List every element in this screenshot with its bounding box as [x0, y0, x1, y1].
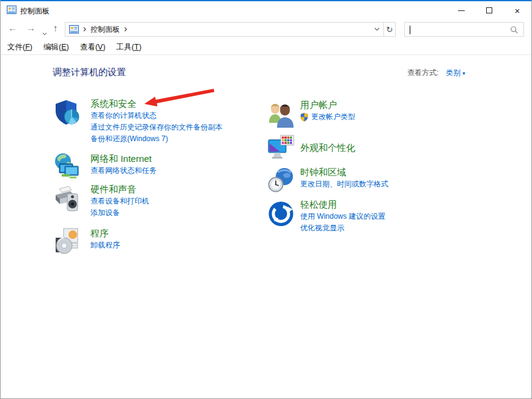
software-box-cd-icon[interactable] — [54, 227, 81, 257]
category-title-user-accounts[interactable]: 用户帐户 — [300, 99, 355, 111]
category-title-system-security[interactable]: 系统和安全 — [91, 98, 223, 110]
navigation-bar: ← → ↑ 控制面板 ↻ — [1, 21, 531, 38]
maximize-button[interactable] — [475, 1, 503, 20]
category-title-programs[interactable]: 程序 — [91, 227, 120, 240]
search-box[interactable] — [404, 22, 524, 37]
task-link-ease-of-access-1[interactable]: 优化视觉显示 — [300, 222, 385, 234]
view-by-dropdown-icon[interactable]: ▾ — [462, 70, 465, 76]
clock-globe-icon[interactable] — [268, 166, 295, 196]
category-text-appearance-personalization: 外观和个性化 — [300, 133, 355, 163]
uac-shield-icon — [300, 112, 308, 122]
category-text-hardware-sound: 硬件和声音查看设备和打印机添加设备 — [91, 183, 149, 219]
category-row-clock-region: 时钟和区域更改日期、时间或数字格式 — [268, 166, 388, 196]
control-panel-window: 控制面板 × ← → ↑ 控制面板 ↻ 文件(F)编辑(E)查看(V)工具(T) — [0, 0, 532, 399]
category-text-programs: 程序卸载程序 — [91, 227, 120, 257]
page-title: 调整计算机的设置 — [53, 67, 126, 78]
up-button[interactable]: ↑ — [53, 23, 58, 33]
recent-pages-chevron-icon[interactable] — [42, 27, 47, 37]
view-by-control: 查看方式:类别▾ — [407, 68, 465, 78]
category-title-ease-of-access[interactable]: 轻松使用 — [300, 199, 385, 211]
menubar: 文件(F)编辑(E)查看(V)工具(T) — [2, 40, 147, 54]
monitor-palette-icon[interactable] — [268, 133, 295, 163]
forward-button[interactable]: → — [26, 23, 35, 33]
breadcrumb-chevron-icon[interactable] — [83, 27, 86, 32]
task-link-clock-region-0[interactable]: 更改日期、时间或数字格式 — [300, 178, 388, 190]
two-users-icon[interactable] — [268, 103, 295, 132]
window-controls: × — [447, 1, 531, 20]
breadcrumb-root[interactable]: 控制面板 — [91, 24, 120, 35]
close-icon: × — [515, 6, 520, 15]
menu-item-tools[interactable]: 工具(T) — [111, 40, 147, 54]
category-text-system-security: 系统和安全查看你的计算机状态通过文件历史记录保存你的文件备份副本备份和还原(Wi… — [91, 98, 223, 145]
breadcrumb-control-panel-icon — [69, 25, 79, 34]
view-by-label: 查看方式: — [407, 68, 438, 77]
category-text-user-accounts: 用户帐户更改帐户类型 — [300, 99, 355, 132]
menu-item-view[interactable]: 查看(V) — [75, 40, 111, 54]
category-row-programs: 程序卸载程序 — [54, 227, 120, 257]
category-row-system-security: 系统和安全查看你的计算机状态通过文件历史记录保存你的文件备份副本备份和还原(Wi… — [54, 98, 223, 145]
category-text-network-internet: 网络和 Internet查看网络状态和任务 — [91, 153, 157, 182]
category-row-appearance-personalization: 外观和个性化 — [268, 133, 355, 163]
category-title-appearance-personalization[interactable]: 外观和个性化 — [300, 142, 355, 154]
menu-item-edit[interactable]: 编辑(E) — [38, 40, 75, 54]
task-link-system-security-2[interactable]: 备份和还原(Windows 7) — [91, 133, 223, 145]
category-text-clock-region: 时钟和区域更改日期、时间或数字格式 — [300, 166, 388, 196]
security-shield-icon[interactable] — [54, 99, 81, 128]
category-row-ease-of-access: 轻松使用使用 Windows 建议的设置优化视觉显示 — [268, 199, 385, 234]
search-input[interactable] — [410, 24, 508, 35]
text-caret — [410, 26, 410, 34]
minimize-button[interactable] — [447, 1, 475, 20]
printer-speaker-icon[interactable] — [54, 185, 81, 214]
task-link-network-internet-0[interactable]: 查看网络状态和任务 — [91, 165, 157, 177]
task-link-user-accounts-0[interactable]: 更改帐户类型 — [300, 111, 355, 123]
task-link-hardware-sound-1[interactable]: 添加设备 — [91, 207, 149, 219]
category-row-user-accounts: 用户帐户更改帐户类型 — [268, 99, 355, 132]
maximize-icon — [486, 7, 492, 13]
ease-of-access-icon[interactable] — [268, 200, 295, 229]
control-panel-icon — [7, 5, 17, 14]
task-link-ease-of-access-0[interactable]: 使用 Windows 建议的设置 — [300, 211, 385, 222]
view-by-value[interactable]: 类别 — [446, 68, 460, 77]
address-bar[interactable]: 控制面板 — [65, 22, 384, 37]
category-title-hardware-sound[interactable]: 硬件和声音 — [91, 183, 149, 196]
titlebar[interactable]: 控制面板 × — [1, 1, 531, 20]
category-row-hardware-sound: 硬件和声音查看设备和打印机添加设备 — [54, 183, 149, 219]
menu-item-file[interactable]: 文件(F) — [2, 40, 38, 54]
task-link-system-security-0[interactable]: 查看你的计算机状态 — [91, 110, 223, 122]
close-button[interactable]: × — [503, 1, 531, 20]
task-link-programs-0[interactable]: 卸载程序 — [91, 240, 120, 251]
category-text-ease-of-access: 轻松使用使用 Windows 建议的设置优化视觉显示 — [300, 199, 385, 234]
address-dropdown-chevron-icon[interactable] — [370, 23, 383, 36]
menubar-separator — [1, 54, 532, 55]
category-title-network-internet[interactable]: 网络和 Internet — [91, 153, 157, 165]
category-title-clock-region[interactable]: 时钟和区域 — [300, 166, 388, 178]
refresh-button[interactable]: ↻ — [384, 22, 396, 37]
task-link-system-security-1[interactable]: 通过文件历史记录保存你的文件备份副本 — [91, 122, 223, 133]
minimize-icon — [458, 10, 465, 11]
back-button[interactable]: ← — [8, 23, 17, 33]
window-title: 控制面板 — [20, 6, 50, 16]
network-globe-monitors-icon[interactable] — [54, 153, 81, 182]
search-icon — [510, 26, 519, 36]
task-link-hardware-sound-0[interactable]: 查看设备和打印机 — [91, 196, 149, 207]
category-row-network-internet: 网络和 Internet查看网络状态和任务 — [54, 153, 157, 182]
breadcrumb-chevron-icon[interactable] — [124, 27, 127, 32]
